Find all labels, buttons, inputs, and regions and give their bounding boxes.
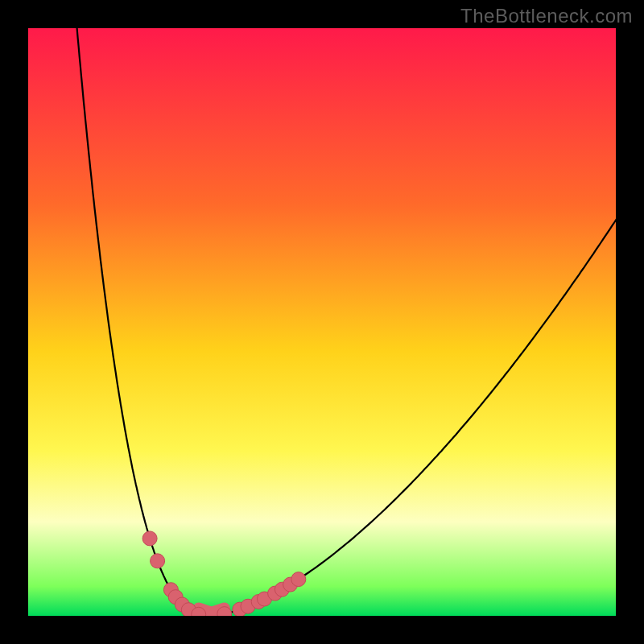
data-point	[142, 531, 157, 546]
data-point	[151, 554, 165, 568]
watermark-text: TheBottleneck.com	[460, 5, 633, 27]
data-point	[217, 607, 232, 621]
bottleneck-chart	[0, 0, 644, 644]
data-point	[291, 572, 306, 587]
data-point	[192, 607, 206, 621]
plot-background	[28, 28, 616, 616]
